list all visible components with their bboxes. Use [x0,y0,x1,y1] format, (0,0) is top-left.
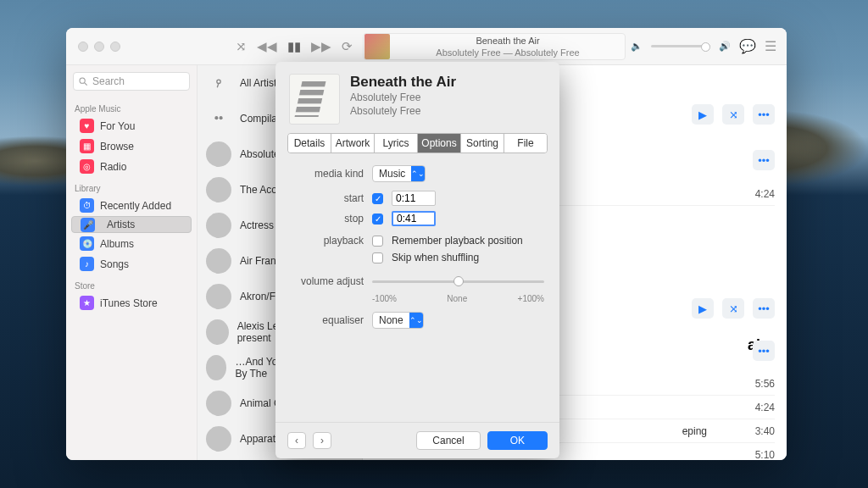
lyrics-icon[interactable]: 💬 [739,38,756,54]
more-button[interactable]: ••• [753,150,775,170]
search-input[interactable]: Search [73,72,190,91]
transport-controls: ⤨ ◀◀ ▮▮ ▶▶ ⟳ [236,39,353,54]
label-volume: volume adjust [291,275,364,287]
sidebar-item-albums[interactable]: 💿Albums [71,234,192,253]
chevron-updown-icon: ⌃⌄ [411,166,425,181]
traffic-lights[interactable] [66,42,120,52]
tab-sorting[interactable]: Sorting [461,134,504,152]
label-media-kind: media kind [291,168,364,180]
volume-high-icon: 🔊 [719,41,731,52]
search-placeholder: Search [92,75,125,87]
shuffle-button[interactable]: ⤨ [722,298,744,319]
dialog-artwork [289,74,340,125]
now-playing[interactable]: Beneath the Air Absolutely Free — Absolu… [363,33,626,60]
sidebar-item-label: For You [100,120,135,132]
label-playback: playback [291,235,364,247]
dialog-album: Absolutely Free [350,104,456,118]
prev-song-button[interactable]: ‹ [287,432,306,449]
prev-icon[interactable]: ◀◀ [257,39,277,54]
sidebar-item-label: Radio [100,161,126,173]
volume-adjust-slider[interactable] [372,272,544,291]
titlebar: ⤨ ◀◀ ▮▮ ▶▶ ⟳ Beneath the Air Absolutely … [66,28,787,65]
svg-point-0 [80,78,85,83]
sidebar-section-store: Store [66,274,197,292]
stop-input[interactable] [392,211,436,226]
svg-point-5 [220,116,223,119]
label-start: start [291,192,364,204]
next-icon[interactable]: ▶▶ [311,39,331,54]
svg-point-4 [214,116,218,119]
sidebar-item-label: Browse [100,141,134,152]
label-remember: Remember playback position [392,235,523,247]
nowplaying-title: Beneath the Air [391,35,625,47]
sidebar-item-browse[interactable]: ▦Browse [71,136,192,156]
sidebar: Search Apple Music ♥For You ▦Browse ◎Rad… [66,65,198,460]
shuffle-button[interactable]: ⤨ [722,104,744,125]
svg-point-2 [217,80,220,83]
sidebar-item-label: iTunes Store [100,297,158,309]
pause-icon[interactable]: ▮▮ [287,39,301,54]
sidebar-item-radio[interactable]: ◎Radio [71,157,192,176]
sidebar-item-label: Albums [100,238,134,250]
tab-lyrics[interactable]: Lyrics [375,134,418,152]
next-song-button[interactable]: › [313,432,331,449]
cancel-button[interactable]: Cancel [416,431,480,450]
stop-checkbox[interactable]: ✓ [372,214,383,225]
start-input[interactable] [392,191,436,206]
ok-button[interactable]: OK [487,431,548,450]
sidebar-section-library: Library [66,177,197,195]
play-button[interactable]: ▶ [692,104,714,125]
tab-options[interactable]: Options [418,134,461,152]
media-kind-select[interactable]: Music⌃⌄ [372,165,426,182]
volume-low-icon: 🔈 [631,41,643,52]
label-equaliser: equaliser [291,314,364,326]
more-button[interactable]: ••• [753,104,775,125]
dialog-tabs: Details Artwork Lyrics Options Sorting F… [287,133,548,153]
nowplaying-subtitle: Absolutely Free — Absolutely Free [391,47,625,58]
sidebar-item-label: Songs [100,258,129,270]
sidebar-section-apple: Apple Music [66,97,197,115]
dialog-title: Beneath the Air [350,74,456,91]
shuffle-icon[interactable]: ⤨ [236,39,247,54]
sidebar-item-artists[interactable]: 🎤Artists [71,216,192,233]
sidebar-item-label: Artists [101,219,141,230]
label-skip: Skip when shuffling [392,252,479,263]
tab-file[interactable]: File [504,134,547,152]
play-button[interactable]: ▶ [692,298,714,319]
svg-line-3 [217,83,219,87]
sidebar-item-songs[interactable]: ♪Songs [71,254,192,274]
nowplaying-art [364,34,390,59]
volume-slider[interactable] [651,45,710,47]
chevron-updown-icon: ⌃⌄ [409,313,423,328]
more-button[interactable]: ••• [753,341,775,361]
remember-checkbox[interactable] [372,236,383,247]
tab-details[interactable]: Details [288,134,331,152]
song-info-dialog: Beneath the Air Absolutely Free Absolute… [275,62,559,458]
skip-checkbox[interactable] [372,252,383,263]
more-button[interactable]: ••• [753,298,775,319]
sidebar-item-foryou[interactable]: ♥For You [71,116,192,136]
list-icon[interactable]: ☰ [765,38,776,54]
sidebar-item-recent[interactable]: ⏱Recently Added [71,196,192,215]
sidebar-item-itunes[interactable]: ★iTunes Store [71,293,192,313]
repeat-icon[interactable]: ⟳ [342,39,353,54]
label-stop: stop [291,213,364,225]
equaliser-select[interactable]: None⌃⌄ [372,312,424,329]
svg-line-1 [85,82,87,85]
tab-artwork[interactable]: Artwork [331,134,375,152]
start-checkbox[interactable]: ✓ [372,193,383,204]
dialog-artist: Absolutely Free [350,91,456,104]
sidebar-item-label: Recently Added [100,200,171,212]
